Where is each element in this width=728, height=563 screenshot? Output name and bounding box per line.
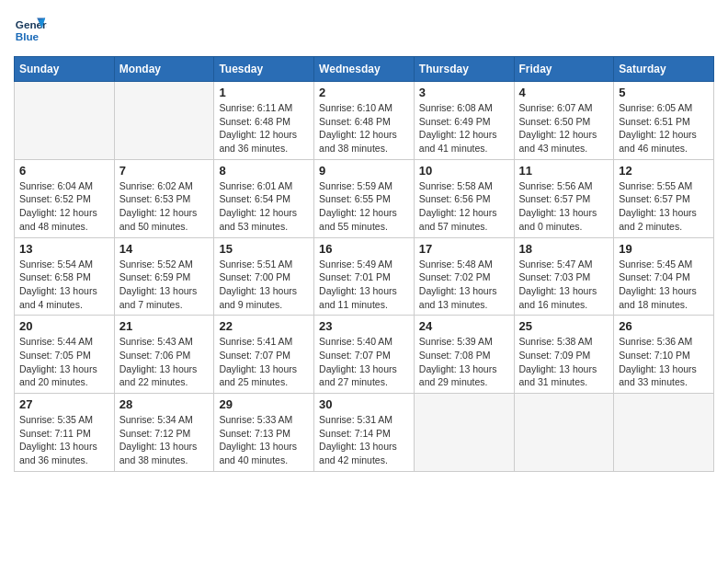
day-header-wednesday: Wednesday — [314, 57, 415, 82]
day-number: 4 — [519, 86, 609, 99]
week-row-2: 6Sunrise: 6:04 AMSunset: 6:52 PMDaylight… — [15, 159, 714, 237]
day-info: Sunrise: 5:44 AMSunset: 7:05 PMDaylight:… — [19, 335, 109, 389]
day-number: 30 — [319, 397, 409, 411]
calendar-cell: 6Sunrise: 6:04 AMSunset: 6:52 PMDaylight… — [15, 159, 115, 237]
calendar-table: SundayMondayTuesdayWednesdayThursdayFrid… — [14, 56, 714, 472]
day-number: 14 — [119, 242, 210, 256]
day-number: 23 — [319, 319, 409, 333]
day-info: Sunrise: 5:34 AMSunset: 7:12 PMDaylight:… — [119, 413, 210, 467]
day-number: 7 — [119, 164, 210, 178]
day-info: Sunrise: 5:52 AMSunset: 6:59 PMDaylight:… — [119, 258, 210, 312]
day-number: 11 — [519, 164, 609, 178]
day-number: 17 — [419, 242, 509, 256]
logo: General Blue — [14, 14, 47, 47]
day-info: Sunrise: 6:05 AMSunset: 6:51 PMDaylight:… — [619, 101, 709, 155]
day-info: Sunrise: 6:10 AMSunset: 6:48 PMDaylight:… — [319, 101, 409, 155]
calendar-cell: 10Sunrise: 5:58 AMSunset: 6:56 PMDayligh… — [414, 159, 514, 237]
week-row-4: 20Sunrise: 5:44 AMSunset: 7:05 PMDayligh… — [15, 316, 714, 394]
calendar-cell: 18Sunrise: 5:47 AMSunset: 7:03 PMDayligh… — [514, 237, 614, 316]
calendar-cell: 8Sunrise: 6:01 AMSunset: 6:54 PMDaylight… — [214, 159, 314, 237]
day-info: Sunrise: 5:51 AMSunset: 7:00 PMDaylight:… — [219, 258, 309, 312]
day-info: Sunrise: 5:31 AMSunset: 7:14 PMDaylight:… — [319, 413, 409, 467]
calendar-cell: 5Sunrise: 6:05 AMSunset: 6:51 PMDaylight… — [614, 82, 714, 160]
days-of-week-row: SundayMondayTuesdayWednesdayThursdayFrid… — [15, 57, 714, 82]
day-number: 13 — [19, 242, 109, 256]
calendar-cell: 3Sunrise: 6:08 AMSunset: 6:49 PMDaylight… — [414, 82, 514, 160]
day-number: 26 — [619, 319, 709, 333]
day-info: Sunrise: 5:59 AMSunset: 6:55 PMDaylight:… — [319, 179, 409, 234]
day-number: 18 — [519, 242, 609, 256]
day-number: 28 — [119, 397, 210, 411]
day-info: Sunrise: 5:36 AMSunset: 7:10 PMDaylight:… — [619, 335, 709, 389]
calendar-header: SundayMondayTuesdayWednesdayThursdayFrid… — [15, 57, 714, 82]
calendar-cell: 29Sunrise: 5:33 AMSunset: 7:13 PMDayligh… — [214, 394, 314, 472]
day-header-thursday: Thursday — [414, 57, 514, 82]
day-info: Sunrise: 6:04 AMSunset: 6:52 PMDaylight:… — [19, 179, 109, 234]
calendar-cell: 24Sunrise: 5:39 AMSunset: 7:08 PMDayligh… — [414, 316, 514, 394]
page-header: General Blue — [14, 14, 714, 47]
day-info: Sunrise: 5:47 AMSunset: 7:03 PMDaylight:… — [519, 258, 609, 312]
logo-icon: General Blue — [14, 14, 47, 47]
day-number: 5 — [619, 86, 709, 99]
day-info: Sunrise: 5:55 AMSunset: 6:57 PMDaylight:… — [619, 179, 709, 234]
calendar-cell — [114, 82, 214, 160]
day-info: Sunrise: 6:01 AMSunset: 6:54 PMDaylight:… — [219, 179, 309, 234]
calendar-cell — [614, 394, 714, 472]
calendar-cell: 17Sunrise: 5:48 AMSunset: 7:02 PMDayligh… — [414, 237, 514, 316]
calendar-cell: 13Sunrise: 5:54 AMSunset: 6:58 PMDayligh… — [15, 237, 115, 316]
day-info: Sunrise: 6:07 AMSunset: 6:50 PMDaylight:… — [519, 101, 609, 155]
day-header-tuesday: Tuesday — [214, 57, 314, 82]
day-number: 1 — [219, 86, 309, 99]
day-number: 2 — [319, 86, 409, 99]
day-info: Sunrise: 6:02 AMSunset: 6:53 PMDaylight:… — [119, 179, 210, 234]
day-header-friday: Friday — [514, 57, 614, 82]
calendar-cell: 9Sunrise: 5:59 AMSunset: 6:55 PMDaylight… — [314, 159, 415, 237]
day-number: 22 — [219, 319, 309, 333]
day-info: Sunrise: 5:33 AMSunset: 7:13 PMDaylight:… — [219, 413, 309, 467]
day-info: Sunrise: 5:45 AMSunset: 7:04 PMDaylight:… — [619, 258, 709, 312]
day-number: 10 — [419, 164, 509, 178]
day-info: Sunrise: 6:08 AMSunset: 6:49 PMDaylight:… — [419, 101, 509, 155]
calendar-cell: 12Sunrise: 5:55 AMSunset: 6:57 PMDayligh… — [614, 159, 714, 237]
day-number: 25 — [519, 319, 609, 333]
day-number: 15 — [219, 242, 309, 256]
day-info: Sunrise: 5:35 AMSunset: 7:11 PMDaylight:… — [19, 413, 109, 467]
day-info: Sunrise: 5:58 AMSunset: 6:56 PMDaylight:… — [419, 179, 509, 234]
day-number: 9 — [319, 164, 409, 178]
svg-text:Blue: Blue — [16, 30, 40, 42]
day-number: 27 — [19, 397, 109, 411]
calendar-cell: 7Sunrise: 6:02 AMSunset: 6:53 PMDaylight… — [114, 159, 214, 237]
week-row-3: 13Sunrise: 5:54 AMSunset: 6:58 PMDayligh… — [15, 237, 714, 316]
day-info: Sunrise: 5:39 AMSunset: 7:08 PMDaylight:… — [419, 335, 509, 389]
calendar-cell: 19Sunrise: 5:45 AMSunset: 7:04 PMDayligh… — [614, 237, 714, 316]
calendar-cell: 25Sunrise: 5:38 AMSunset: 7:09 PMDayligh… — [514, 316, 614, 394]
calendar-cell — [15, 82, 115, 160]
calendar-cell: 27Sunrise: 5:35 AMSunset: 7:11 PMDayligh… — [15, 394, 115, 472]
day-number: 6 — [19, 164, 109, 178]
day-number: 24 — [419, 319, 509, 333]
day-info: Sunrise: 5:49 AMSunset: 7:01 PMDaylight:… — [319, 258, 409, 312]
day-number: 21 — [119, 319, 210, 333]
day-info: Sunrise: 6:11 AMSunset: 6:48 PMDaylight:… — [219, 101, 309, 155]
day-header-sunday: Sunday — [15, 57, 115, 82]
day-info: Sunrise: 5:38 AMSunset: 7:09 PMDaylight:… — [519, 335, 609, 389]
calendar-cell: 20Sunrise: 5:44 AMSunset: 7:05 PMDayligh… — [15, 316, 115, 394]
day-header-saturday: Saturday — [614, 57, 714, 82]
day-number: 29 — [219, 397, 309, 411]
day-info: Sunrise: 5:41 AMSunset: 7:07 PMDaylight:… — [219, 335, 309, 389]
day-number: 8 — [219, 164, 309, 178]
day-number: 3 — [419, 86, 509, 99]
day-info: Sunrise: 5:43 AMSunset: 7:06 PMDaylight:… — [119, 335, 210, 389]
week-row-5: 27Sunrise: 5:35 AMSunset: 7:11 PMDayligh… — [15, 394, 714, 472]
calendar-cell: 21Sunrise: 5:43 AMSunset: 7:06 PMDayligh… — [114, 316, 214, 394]
calendar-cell: 2Sunrise: 6:10 AMSunset: 6:48 PMDaylight… — [314, 82, 415, 160]
calendar-cell: 4Sunrise: 6:07 AMSunset: 6:50 PMDaylight… — [514, 82, 614, 160]
day-header-monday: Monday — [114, 57, 214, 82]
day-number: 20 — [19, 319, 109, 333]
week-row-1: 1Sunrise: 6:11 AMSunset: 6:48 PMDaylight… — [15, 82, 714, 160]
calendar-cell — [514, 394, 614, 472]
day-number: 16 — [319, 242, 409, 256]
calendar-cell: 11Sunrise: 5:56 AMSunset: 6:57 PMDayligh… — [514, 159, 614, 237]
calendar-cell: 30Sunrise: 5:31 AMSunset: 7:14 PMDayligh… — [314, 394, 415, 472]
calendar-body: 1Sunrise: 6:11 AMSunset: 6:48 PMDaylight… — [15, 82, 714, 472]
